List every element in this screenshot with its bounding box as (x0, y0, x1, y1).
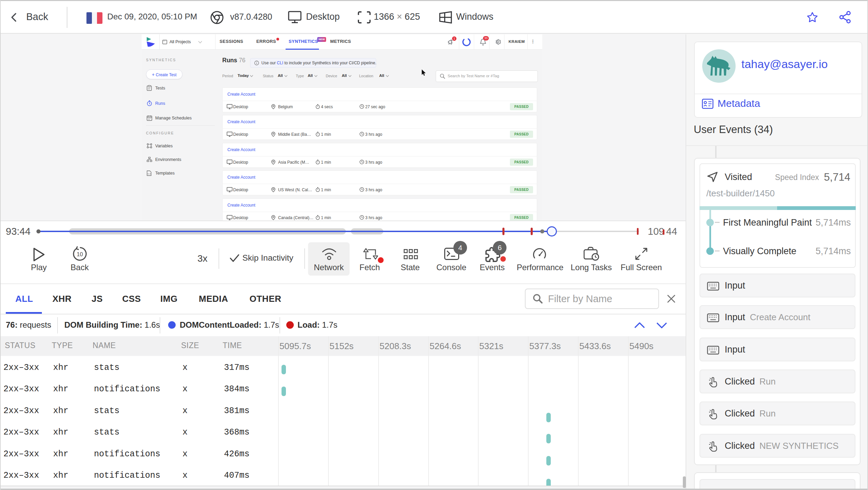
svg-text:10: 10 (77, 251, 83, 257)
